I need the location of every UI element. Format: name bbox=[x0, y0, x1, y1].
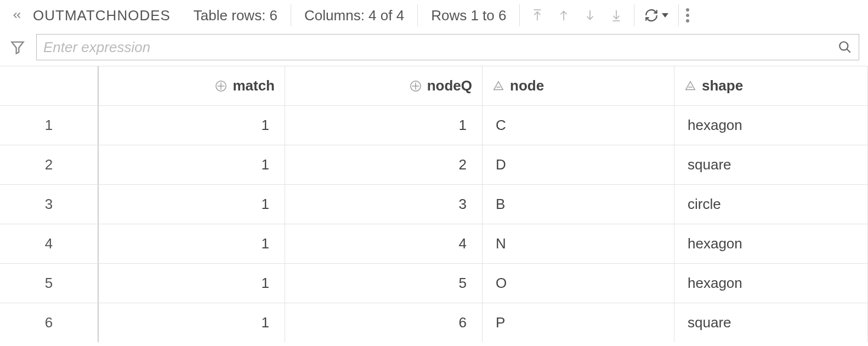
filter-expression-input[interactable] bbox=[43, 39, 838, 56]
column-header-match[interactable]: match bbox=[99, 66, 285, 105]
cell-node[interactable]: B bbox=[483, 184, 674, 224]
svg-line-11 bbox=[847, 49, 850, 53]
cell-node[interactable]: O bbox=[483, 263, 674, 303]
cell-shape[interactable]: hexagon bbox=[674, 105, 868, 145]
filter-bar bbox=[0, 31, 868, 66]
column-header-node[interactable]: node bbox=[483, 66, 674, 105]
column-header-nodeQ[interactable]: nodeQ bbox=[285, 66, 483, 105]
svg-point-6 bbox=[686, 8, 689, 12]
svg-marker-9 bbox=[12, 42, 24, 54]
filter-button[interactable] bbox=[7, 39, 29, 55]
refresh-icon bbox=[644, 8, 659, 22]
cell-nodeQ[interactable]: 5 bbox=[285, 263, 483, 303]
numeric-type-icon bbox=[215, 80, 227, 92]
columns-info: Columns: 4 of 4 bbox=[291, 4, 417, 26]
row-nav-group bbox=[519, 4, 634, 26]
cell-shape[interactable]: hexagon bbox=[674, 263, 868, 303]
cell-node[interactable]: C bbox=[483, 105, 674, 145]
go-first-button[interactable] bbox=[524, 4, 551, 26]
row-number[interactable]: 1 bbox=[0, 105, 99, 145]
row-number[interactable]: 3 bbox=[0, 184, 99, 224]
cell-match[interactable]: 1 bbox=[99, 303, 285, 342]
column-header-label: shape bbox=[702, 77, 743, 94]
cell-nodeQ[interactable]: 3 bbox=[285, 184, 483, 224]
cell-shape[interactable]: hexagon bbox=[674, 224, 868, 263]
cell-match[interactable]: 1 bbox=[99, 263, 285, 303]
arrow-down-bar-icon bbox=[610, 8, 622, 22]
column-header-label: match bbox=[232, 77, 275, 94]
go-last-button[interactable] bbox=[603, 4, 629, 26]
row-number-header bbox=[0, 66, 99, 105]
svg-marker-18 bbox=[494, 81, 503, 89]
arrow-down-icon bbox=[584, 8, 596, 22]
chevrons-left-icon bbox=[11, 9, 23, 21]
cell-nodeQ[interactable]: 2 bbox=[285, 145, 483, 184]
go-prev-button[interactable] bbox=[551, 4, 577, 26]
cell-match[interactable]: 1 bbox=[99, 145, 285, 184]
svg-point-8 bbox=[686, 19, 689, 22]
cell-match[interactable]: 1 bbox=[99, 184, 285, 224]
table-rows-info: Table rows: 6 bbox=[180, 4, 291, 26]
cell-shape[interactable]: circle bbox=[674, 184, 868, 224]
rows-range-info: Rows 1 to 6 bbox=[417, 4, 519, 26]
more-menu-button[interactable] bbox=[679, 0, 696, 31]
svg-marker-20 bbox=[686, 81, 695, 89]
table-name: OUTMATCHNODES bbox=[30, 7, 180, 24]
cell-node[interactable]: D bbox=[483, 145, 674, 184]
row-number[interactable]: 4 bbox=[0, 224, 99, 263]
cell-nodeQ[interactable]: 1 bbox=[285, 105, 483, 145]
funnel-icon bbox=[10, 39, 25, 55]
numeric-type-icon bbox=[410, 80, 422, 92]
chevron-down-icon bbox=[662, 13, 668, 18]
cell-node[interactable]: P bbox=[483, 303, 674, 342]
column-header-label: nodeQ bbox=[427, 77, 472, 94]
svg-point-7 bbox=[686, 14, 689, 17]
search-button[interactable] bbox=[838, 40, 852, 54]
search-icon bbox=[838, 40, 852, 54]
text-type-icon bbox=[684, 80, 696, 92]
toolbar: OUTMATCHNODES Table rows: 6 Columns: 4 o… bbox=[0, 0, 868, 31]
cell-shape[interactable]: square bbox=[674, 145, 868, 184]
filter-input-wrap bbox=[36, 34, 859, 60]
data-table: matchnodeQnodeshape111Chexagon212Dsquare… bbox=[0, 66, 868, 342]
column-header-shape[interactable]: shape bbox=[674, 66, 868, 105]
cell-node[interactable]: N bbox=[483, 224, 674, 263]
collapse-left-button[interactable] bbox=[4, 0, 30, 31]
refresh-button[interactable] bbox=[634, 8, 678, 22]
cell-match[interactable]: 1 bbox=[99, 224, 285, 263]
arrow-up-icon bbox=[558, 8, 570, 22]
row-number[interactable]: 6 bbox=[0, 303, 99, 342]
text-type-icon bbox=[492, 80, 504, 92]
row-number[interactable]: 5 bbox=[0, 263, 99, 303]
column-header-label: node bbox=[510, 77, 544, 94]
row-number[interactable]: 2 bbox=[0, 145, 99, 184]
cell-match[interactable]: 1 bbox=[99, 105, 285, 145]
go-next-button[interactable] bbox=[577, 4, 603, 26]
cell-shape[interactable]: square bbox=[674, 303, 868, 342]
arrow-up-bar-icon bbox=[531, 8, 543, 22]
cell-nodeQ[interactable]: 6 bbox=[285, 303, 483, 342]
cell-nodeQ[interactable]: 4 bbox=[285, 224, 483, 263]
svg-point-10 bbox=[839, 42, 848, 50]
more-vertical-icon bbox=[685, 8, 690, 23]
